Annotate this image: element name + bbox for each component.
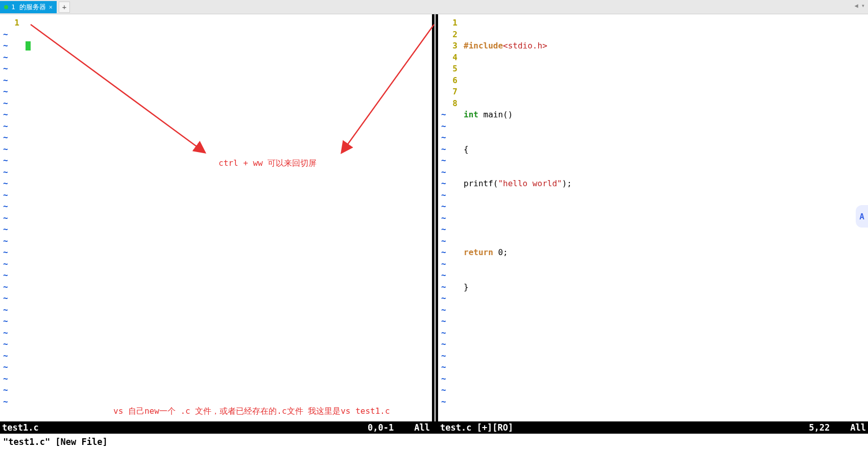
side-assist-badge[interactable]: A <box>856 205 868 228</box>
brace-open: { <box>464 144 469 154</box>
command-line[interactable]: "test1.c" [New File] <box>0 434 868 450</box>
statusbar-right: test.c [+][RO] 5,22 All <box>432 421 868 434</box>
right-tildes: ~~~~~~~~~~~~~~~~~~~~~~~~~~~~~~~~~~ <box>441 17 446 408</box>
statusbar-right-all: All <box>850 421 868 434</box>
right-code[interactable]: #include<stdio.h> int main() { printf("h… <box>464 17 868 316</box>
status-bar: test1.c 0,0-1 All test.c [+][RO] 5,22 Al… <box>0 421 868 434</box>
tab-prev-icon[interactable]: ◀ <box>855 2 858 9</box>
brace-close: } <box>464 282 469 292</box>
statusbar-left-pos: 0,0-1 <box>368 421 414 434</box>
plus-icon: + <box>62 3 66 11</box>
func-decl: main() <box>478 110 513 119</box>
tab-menu-icon[interactable]: ▾ <box>861 2 865 9</box>
preproc-keyword: #include <box>464 41 503 51</box>
cursor-block <box>26 41 31 51</box>
left-tildes: ~~~~~~~~~~~~~~~~~~~~~~~~~~~~~~~~~~ <box>3 17 8 408</box>
vim-pane-left[interactable]: 1 ~~~~~~~~~~~~~~~~~~~~~~~~~~~~~~~~~~ <box>0 14 432 421</box>
terminal-tab[interactable]: 1 的服务器 × <box>0 1 57 13</box>
statusbar-left: test1.c 0,0-1 All <box>0 421 432 434</box>
vertical-split[interactable] <box>432 14 438 421</box>
annotation-bottom: vs 自己new一个 .c 文件，或者已经存在的.c文件 我这里是vs test… <box>113 406 390 417</box>
statusbar-left-file: test1.c <box>0 421 39 434</box>
side-badge-label: A <box>859 212 864 221</box>
statusbar-right-pos: 5,22 <box>809 421 850 434</box>
tab-status-dot <box>4 5 8 9</box>
string-literal: "hello world" <box>498 179 562 188</box>
tab-bar: 1 的服务器 × + ◀ ▾ <box>0 0 868 14</box>
statusbar-right-file: test.c [+][RO] <box>438 421 513 434</box>
vim-pane-right[interactable]: 12345678 #include<stdio.h> int main() { … <box>438 14 868 421</box>
return-keyword: return <box>464 247 493 257</box>
type-keyword: int <box>464 110 478 119</box>
tab-right-controls: ◀ ▾ <box>855 2 865 9</box>
include-header: <stdio.h> <box>503 41 547 51</box>
tab-close-icon[interactable]: × <box>49 4 53 11</box>
statusbar-left-all: All <box>414 421 432 434</box>
editor-area: 1 ~~~~~~~~~~~~~~~~~~~~~~~~~~~~~~~~~~ 123… <box>0 14 868 421</box>
printf-close: ); <box>562 179 572 188</box>
add-tab-button[interactable]: + <box>59 2 70 13</box>
annotation-center: ctrl + ww 可以来回切屏 <box>219 158 317 169</box>
tab-label: 1 的服务器 <box>11 3 46 12</box>
left-code[interactable] <box>26 17 432 75</box>
printf-call: printf( <box>464 179 498 188</box>
return-val: 0; <box>493 247 508 257</box>
